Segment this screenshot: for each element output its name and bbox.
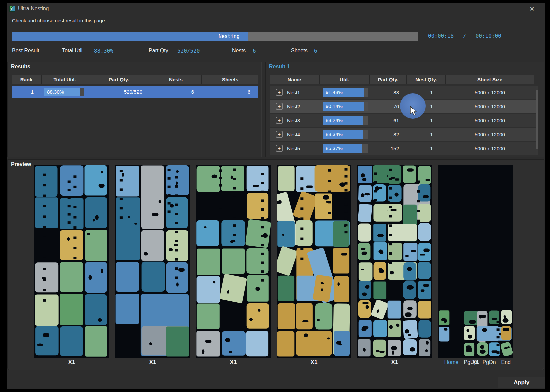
results-row[interactable]: 188.30%520/52066 [12,86,258,98]
result1-panel: Result 1 NameUtil.Part Qty.Nest Qty.Shee… [265,62,544,157]
preview-sheet-5[interactable] [357,165,432,358]
util-cell: 90.14% [320,102,370,111]
nest-thumbnail-4 [277,165,351,358]
preview-sheet-1[interactable] [34,165,109,358]
util-bar-text: 90.14% [326,102,343,111]
nesting-timer: 00:00:18 / 00:10:00 [428,33,501,39]
nest-thumbnail-3 [196,165,271,358]
results-col-totalutil: Total Util. [42,75,88,84]
expand-plus-button[interactable]: + [276,145,283,152]
preview-sheet-4[interactable] [277,165,351,358]
part-qty-label: Part Qty. [149,48,169,54]
best-result-summary: Best Result Total Util. 88.30% Part Qty.… [7,48,545,56]
util-bar: 88.30% [44,88,84,96]
expand-plus-button[interactable]: + [276,117,283,124]
results-col-rank: Rank [12,75,42,84]
nesting-progress-bar: Nesting [12,32,418,41]
sheet-count-label: X1 [277,359,351,366]
nav-pgdn[interactable]: PgDn [483,359,496,365]
rank-cell: 1 [12,89,42,95]
part-qty-cell: 152 [370,146,407,151]
sheet-size-cell: 5000 x 12000 [446,90,534,95]
scrollbar-thumb[interactable] [536,90,538,149]
part-qty-value: 520/520 [177,48,200,54]
util-bar-text: 85.37% [326,144,343,153]
results-col-sheets: Sheets [202,75,258,84]
nest-name: Nest3 [287,118,300,123]
name-cell: +Nest4 [270,131,320,138]
nav-end[interactable]: End [501,359,511,365]
name-cell: +Nest2 [270,103,320,110]
nest-qty-cell: 1 [407,118,446,123]
time-separator: / [463,33,466,39]
name-cell: +Nest3 [270,117,320,124]
total-util-label: Total Util. [62,48,84,54]
ultra-nesting-dialog: Ultra Nesting ✕ Check and choose nest re… [7,3,545,389]
util-cell: 85.37% [320,144,370,153]
results-col-nests: Nests [150,75,202,84]
total-util-cell: 88.30% [42,88,88,96]
nest-name: Nest4 [287,132,300,137]
nest-thumbnail-1 [34,165,109,358]
nest-thumbnail-6 [438,165,513,358]
title-bar: Ultra Nesting ✕ [7,3,545,15]
result1-col-nestqty: Nest Qty. [407,75,446,84]
result1-title: Result 1 [269,64,290,70]
nests-label: Nests [232,48,246,54]
result1-col-sheetsize: Sheet Size [446,75,534,84]
nest-qty-cell: 1 [407,146,446,151]
close-icon[interactable]: ✕ [528,5,536,13]
part-qty-cell: 61 [370,118,407,123]
util-bar: 90.14% [323,102,368,111]
util-cell: 88.24% [320,116,370,125]
util-cell: 88.34% [320,130,370,139]
preview-panel: Preview X1X1X1X1X1X1 Home PgUp PgDn End [7,159,544,370]
expand-plus-button[interactable]: + [276,131,283,138]
sheet-count-label: X1 [34,359,109,366]
result1-table-header: NameUtil.Part Qty.Nest Qty.Sheet Size [270,75,534,84]
nests-cell: 6 [150,89,202,95]
util-bar-text: 88.34% [326,130,343,139]
nest-row-nest3[interactable]: +Nest388.24%6115000 x 12000 [270,114,537,127]
nest-row-nest1[interactable]: +Nest191.48%8315000 x 12000 [270,86,537,99]
preview-sheet-6[interactable] [438,165,513,358]
expand-plus-button[interactable]: + [276,89,283,96]
result1-col-name: Name [270,75,320,84]
result1-col-partqty: Part Qty. [370,75,407,84]
nest-row-nest2[interactable]: +Nest290.14%7015000 x 12000 [270,100,537,113]
name-cell: +Nest5 [270,145,320,152]
nav-pgup[interactable]: PgUp [464,359,477,365]
util-bar: 85.37% [323,144,368,153]
page-description: Check and choose nest result in this pag… [12,18,106,23]
preview-page-nav: Home PgUp PgDn End [444,359,511,365]
util-bar-text: 91.48% [326,88,343,97]
nest-qty-cell: 1 [407,90,446,95]
expand-plus-button[interactable]: + [276,103,283,110]
window-title: Ultra Nesting [18,6,49,12]
nav-home[interactable]: Home [444,359,459,365]
nest-name: Nest2 [287,104,300,109]
preview-sheet-2[interactable] [115,165,190,358]
sheet-size-cell: 5000 x 12000 [446,132,534,137]
results-col-partqty: Part Qty. [88,75,150,84]
result1-col-util: Util. [320,75,370,84]
preview-title: Preview [11,161,31,167]
nests-value: 6 [253,48,256,54]
total-time: 00:10:00 [476,33,501,39]
part-qty-cell: 520/520 [88,89,150,95]
nest-row-nest4[interactable]: +Nest488.34%8215000 x 12000 [270,128,537,141]
preview-sheet-3[interactable] [196,165,271,358]
nest-name: Nest1 [287,90,300,95]
nest-row-nest5[interactable]: +Nest585.37%15215000 x 12000 [270,142,537,155]
apply-button[interactable]: Apply [498,377,545,388]
nesting-progress-fill: Nesting [12,32,248,41]
util-cell: 91.48% [320,88,370,97]
sheet-size-cell: 5000 x 12000 [446,118,534,123]
results-table-header: RankTotal Util.Part Qty.NestsSheets [12,75,258,84]
nest-qty-cell: 1 [407,132,446,137]
app-logo-icon [9,6,15,12]
result1-scrollbar [536,86,538,155]
util-bar-text: 88.30% [47,88,64,96]
part-qty-cell: 83 [370,90,407,95]
sheet-count-label: X1 [115,359,190,366]
